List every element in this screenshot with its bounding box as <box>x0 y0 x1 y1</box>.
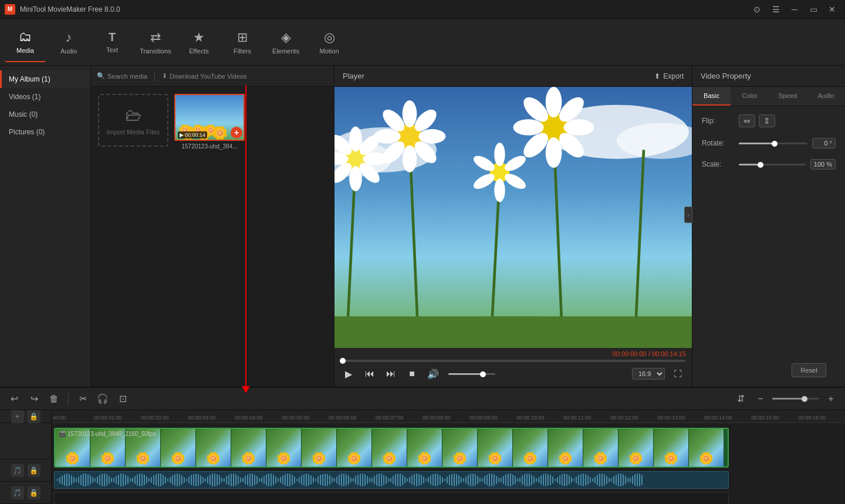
sidebar-item-videos[interactable]: Videos (1) <box>0 88 90 106</box>
wave-bar <box>289 473 290 486</box>
tab-speed[interactable]: Speed <box>769 87 807 106</box>
wave-bar <box>92 477 93 482</box>
zoom-out-button[interactable]: − <box>752 391 769 407</box>
play-button[interactable]: ▶ <box>340 366 357 382</box>
scale-slider-container: 100 % <box>739 159 836 170</box>
toolbar-item-effects[interactable]: ★ Effects <box>178 22 219 62</box>
delete-button[interactable]: 🗑 <box>46 391 62 407</box>
timeline-main: 00:00 00:00:01:00 00:00:02:00 00:00:03:0… <box>52 410 845 504</box>
next-frame-button[interactable]: ⏭ <box>383 366 399 382</box>
wave-bar <box>151 477 152 482</box>
close-button[interactable]: ✕ <box>824 3 840 16</box>
wave-bar <box>238 476 239 484</box>
timeline-content: + 🔒 🎵 🔒 🎵 🔒 00:00 00:00:01:00 00:00:02:0… <box>0 410 845 504</box>
wave-bar <box>623 474 624 485</box>
aspect-ratio-select[interactable]: 16:9 9:16 1:1 4:3 <box>632 368 665 380</box>
wave-bar <box>165 476 166 483</box>
sidebar-item-my-album[interactable]: My Album (1) <box>0 70 90 88</box>
download-youtube-button[interactable]: ⬇ Download YouTube Videos <box>162 72 247 80</box>
wave-bar <box>360 473 361 486</box>
volume-slider[interactable] <box>448 373 495 375</box>
audio-detach-button[interactable]: 🎧 <box>94 391 111 407</box>
flip-horizontal-button[interactable]: ⇔ <box>739 114 755 127</box>
sidebar-item-music[interactable]: Music (0) <box>0 106 90 123</box>
wave-bar <box>224 478 225 482</box>
wave-bar <box>587 475 589 485</box>
tab-basic[interactable]: Basic <box>692 87 731 106</box>
wave-bar <box>423 476 424 483</box>
zoom-track[interactable] <box>772 398 819 400</box>
wave-bar <box>313 477 314 483</box>
frame-10 <box>372 429 407 466</box>
reset-button[interactable]: Reset <box>792 363 826 377</box>
toolbar-item-transitions[interactable]: ⇄ Transitions <box>135 22 176 62</box>
toolbar-item-media[interactable]: 🗂 Media <box>5 22 46 62</box>
video-track[interactable]: 🎬 15720123-uhd_3840_2160_50fps <box>54 428 729 468</box>
svg-point-45 <box>513 119 544 136</box>
frame-11 <box>407 429 442 466</box>
wave-bar <box>407 478 408 482</box>
scale-slider[interactable] <box>739 164 806 165</box>
wave-bar <box>123 473 124 486</box>
toolbar-item-elements[interactable]: ◈ Elements <box>265 22 306 62</box>
media-content: 🗁 Import Media Files <box>91 87 334 387</box>
progress-bar[interactable] <box>340 360 686 362</box>
rotate-slider[interactable] <box>739 143 807 144</box>
wave-bar <box>536 478 537 481</box>
stop-button[interactable]: ■ <box>404 366 420 382</box>
wave-bar <box>524 474 525 486</box>
search-media-button[interactable]: 🔍 Search media <box>97 72 147 80</box>
pin-button[interactable]: ⊙ <box>749 3 765 16</box>
minimize-button[interactable]: ─ <box>786 3 803 16</box>
wave-bar <box>397 473 398 486</box>
fullscreen-button[interactable]: ⛶ <box>670 366 686 382</box>
add-audio-track-button[interactable]: 🔒 <box>28 410 40 423</box>
toolbar-item-text[interactable]: T Text <box>92 22 133 62</box>
wave-bar <box>440 475 441 485</box>
toolbar-item-audio[interactable]: ♪ Audio <box>48 22 89 62</box>
flip-vertical-button[interactable]: ⇕ <box>759 114 775 127</box>
wave-bar <box>266 474 267 486</box>
tab-audio[interactable]: Audio <box>807 87 845 106</box>
zoom-in-button[interactable]: + <box>823 391 839 407</box>
crop-button[interactable]: ⊡ <box>114 391 131 407</box>
maximize-button[interactable]: ▭ <box>805 3 822 16</box>
media-icon: 🗂 <box>19 29 32 45</box>
wave-bar <box>573 479 574 482</box>
video-thumbnail[interactable]: 🌼🌼🌼 ▶ 00:00:14 + 15720123-uhd_384... <box>174 94 245 150</box>
wave-bar <box>515 476 516 483</box>
sidebar-item-pictures[interactable]: Pictures (0) <box>0 123 90 141</box>
toolbar-item-motion[interactable]: ◎ Motion <box>309 22 350 62</box>
tab-color[interactable]: Color <box>731 87 769 106</box>
ruler-mark-6: 00:00:06:00 <box>329 415 357 421</box>
wave-bar <box>505 474 506 485</box>
audio-lock-btn-1[interactable]: 🔒 <box>28 464 40 477</box>
wave-bar <box>59 477 60 483</box>
toolbar-item-filters[interactable]: ⊞ Filters <box>222 22 263 62</box>
audio-lock-btn-2[interactable]: 🔒 <box>28 486 40 499</box>
import-media-box[interactable]: 🗁 Import Media Files <box>98 94 168 147</box>
wave-bar <box>139 473 140 486</box>
wave-bar <box>57 479 58 481</box>
player-title: Player <box>343 72 364 80</box>
add-to-timeline-button[interactable]: + <box>231 127 242 138</box>
export-button[interactable]: ⬆ Export <box>654 72 684 80</box>
add-video-track-button[interactable]: + <box>11 410 24 423</box>
wave-bar <box>94 478 96 482</box>
wave-bar <box>411 475 413 485</box>
cut-button[interactable]: ✂ <box>75 391 91 407</box>
wave-bar <box>465 476 467 483</box>
wave-bar <box>454 473 455 486</box>
media-toolbar: 🔍 Search media ⬇ Download YouTube Videos <box>91 66 334 87</box>
wave-bar <box>181 475 182 485</box>
title-bar-left: M MiniTool MovieMaker Free 8.0.0 <box>5 4 120 15</box>
menu-button[interactable]: ☰ <box>768 3 784 16</box>
track-height-button[interactable]: ⇵ <box>732 391 749 407</box>
wave-bar <box>508 473 509 486</box>
undo-button[interactable]: ↩ <box>6 391 22 407</box>
wave-bar <box>341 473 342 486</box>
filters-icon: ⊞ <box>237 30 248 45</box>
prev-frame-button[interactable]: ⏮ <box>361 366 378 382</box>
redo-button[interactable]: ↪ <box>26 391 42 407</box>
panel-collapse-arrow[interactable]: › <box>684 207 692 223</box>
